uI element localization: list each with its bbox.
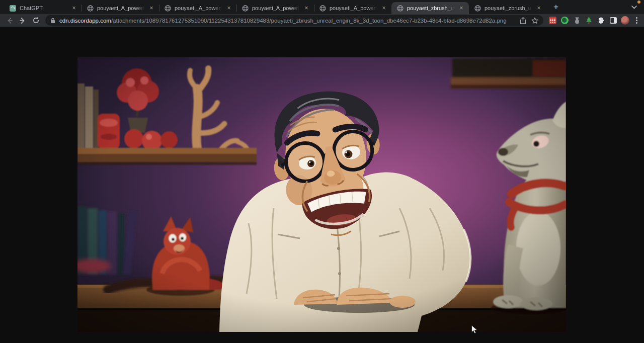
bookmark-star-icon[interactable]: [531, 17, 538, 24]
browser-tab-inactive[interactable]: pouyaeti_A_powerful_modern ×: [314, 2, 391, 14]
globe-favicon-icon: [165, 5, 171, 12]
tab-title: pouyaeti_A_powerful_modern: [330, 5, 377, 11]
browser-tab-active[interactable]: pouyaeti_zbrush_unreal_engin ×: [391, 2, 469, 14]
new-tab-button[interactable]: +: [549, 1, 562, 14]
tab-close-icon[interactable]: ×: [380, 5, 387, 12]
tab-title: pouyaeti_zbrush_unreal_engin: [407, 5, 454, 11]
tab-close-icon[interactable]: ×: [225, 5, 232, 12]
url-host: cdn.discordapp.com: [59, 18, 111, 24]
menu-kebab-icon[interactable]: [633, 17, 640, 24]
browser-tab-inactive[interactable]: pouyaeti_A_powerful_modern ×: [236, 2, 314, 14]
tab-close-icon[interactable]: ×: [458, 5, 465, 12]
adblock-extension-icon[interactable]: [548, 16, 557, 25]
browser-tab-inactive[interactable]: pouyaeti_A_powerful_modern ×: [82, 2, 159, 14]
tab-title: ChatGPT: [20, 5, 67, 11]
url-text: cdn.discordapp.com/attachments/108978176…: [59, 18, 516, 24]
tab-title: pouyaeti_A_powerful_modern: [252, 5, 299, 11]
page-content: [0, 27, 644, 343]
chatgpt-favicon-icon: [10, 5, 16, 12]
browser-toolbar: cdn.discordapp.com/attachments/108978176…: [0, 14, 644, 27]
discord-attachment-image[interactable]: [77, 57, 566, 332]
globe-favicon-icon: [87, 5, 94, 12]
reload-button[interactable]: [30, 15, 41, 26]
browser-window: ChatGPT × pouyaeti_A_powerful_modern ×: [0, 0, 644, 343]
lock-icon: [50, 18, 55, 24]
globe-favicon-icon: [397, 5, 404, 12]
tab-title: pouyaeti_zbrush_unreal_engin: [485, 5, 532, 11]
tab-close-icon[interactable]: ×: [70, 5, 77, 12]
side-panel-icon[interactable]: [609, 16, 617, 25]
forward-button[interactable]: [17, 15, 28, 26]
mouse-extension-icon[interactable]: [573, 16, 581, 25]
extensions-puzzle-icon[interactable]: [597, 16, 605, 25]
image-vignette: [77, 57, 566, 332]
tab-search-chevron-icon[interactable]: [629, 2, 639, 12]
browser-tab-inactive[interactable]: pouyaeti_zbrush_unreal_engin ×: [469, 2, 546, 14]
tree-extension-icon[interactable]: [585, 16, 593, 25]
profile-avatar[interactable]: [621, 16, 629, 25]
tab-title: pouyaeti_A_powerful_modern: [175, 5, 222, 11]
globe-favicon-icon: [474, 5, 481, 12]
url-path: /attachments/1089781761275351090/1122543…: [111, 18, 507, 24]
address-bar[interactable]: cdn.discordapp.com/attachments/108978176…: [45, 15, 543, 26]
globe-favicon-icon: [319, 5, 326, 12]
browser-tab-inactive[interactable]: pouyaeti_A_powerful_modern ×: [159, 2, 236, 14]
update-notification-dot: [637, 1, 640, 4]
tab-close-icon[interactable]: ×: [303, 5, 310, 12]
tab-close-icon[interactable]: ×: [535, 5, 542, 12]
dark-mode-extension-icon[interactable]: [560, 16, 569, 25]
tab-title: pouyaeti_A_powerful_modern: [97, 5, 144, 11]
globe-favicon-icon: [242, 5, 249, 12]
share-icon[interactable]: [520, 17, 526, 24]
tab-close-icon[interactable]: ×: [148, 5, 155, 12]
browser-tab-inactive[interactable]: ChatGPT ×: [4, 2, 82, 14]
tab-strip: ChatGPT × pouyaeti_A_powerful_modern ×: [0, 0, 644, 14]
back-button[interactable]: [4, 15, 15, 26]
